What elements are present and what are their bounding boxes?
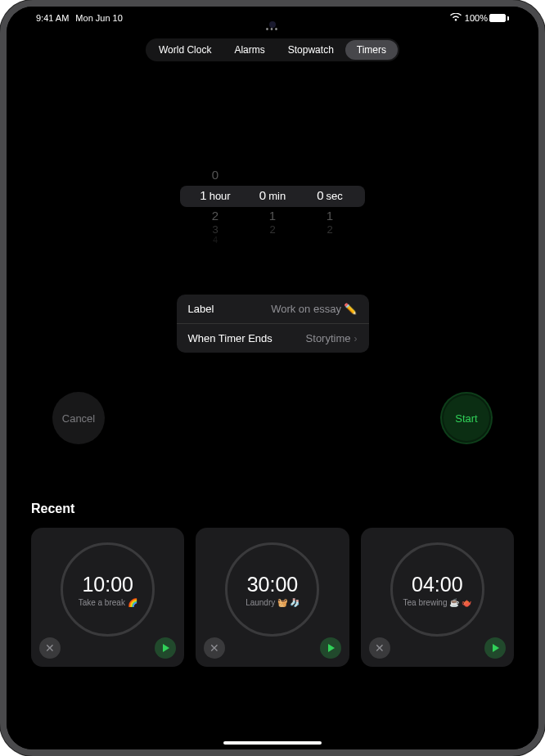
picker-minutes-selected: 0min <box>244 188 301 202</box>
status-time: 9:41 AM <box>36 13 69 23</box>
time-picker: 0 1hour 2 3 4 0min 1 2 <box>20 168 525 250</box>
recent-title: Recent <box>31 502 514 516</box>
action-buttons-row: Cancel Start <box>20 392 525 444</box>
start-button[interactable]: Start <box>440 392 493 444</box>
picker-hours[interactable]: 0 1hour 2 3 4 <box>187 168 244 250</box>
setting-key: When Timer Ends <box>188 332 272 344</box>
close-icon: ✕ <box>375 641 385 655</box>
picker-hours-opt: 2 <box>187 209 244 223</box>
picker-minutes-opt: 1 <box>244 209 301 223</box>
recent-cards-row: 10:00 Take a break 🌈 ✕ 30:00 <box>31 528 514 667</box>
close-icon: ✕ <box>45 641 55 655</box>
tab-alarms[interactable]: Alarms <box>223 40 276 60</box>
setting-value: Storytime › <box>306 332 358 344</box>
timer-label-row[interactable]: Label Work on essay ✏️ <box>177 295 369 323</box>
close-icon: ✕ <box>209 641 219 655</box>
tab-bar: World Clock Alarms Stopwatch Timers <box>20 38 525 61</box>
play-timer-button[interactable] <box>320 637 341 659</box>
wifi-icon <box>450 13 462 23</box>
picker-seconds[interactable]: 0sec 1 2 <box>301 168 358 250</box>
timer-label: Take a break 🌈 <box>74 598 142 607</box>
timer-time: 10:00 <box>82 573 133 596</box>
setting-value: Work on essay ✏️ <box>271 303 357 315</box>
chevron-right-icon: › <box>354 333 358 344</box>
status-date: Mon Jun 10 <box>75 13 122 23</box>
recent-timer-card[interactable]: 30:00 Laundry 🧺 🧦 ✕ <box>196 528 349 667</box>
play-icon <box>163 644 169 652</box>
timer-circle: 04:00 Tea brewing ☕️ 🫖 <box>390 542 484 637</box>
status-right: 100% <box>450 13 509 23</box>
picker-hours-opt: 3 <box>187 223 244 236</box>
timer-ends-row[interactable]: When Timer Ends Storytime › <box>177 323 369 353</box>
tab-world-clock[interactable]: World Clock <box>147 40 223 60</box>
timer-time: 04:00 <box>412 573 463 596</box>
status-bar: 9:41 AM Mon Jun 10 100% <box>20 7 525 23</box>
cancel-button[interactable]: Cancel <box>52 392 105 444</box>
battery-indicator: 100% <box>465 13 509 23</box>
camera-dot <box>269 21 276 28</box>
picker-seconds-opt: 2 <box>301 223 358 236</box>
timer-circle: 10:00 Take a break 🌈 <box>61 542 155 637</box>
picker-hours-selected: 1hour <box>187 188 244 202</box>
picker-minutes[interactable]: 0min 1 2 <box>244 168 301 250</box>
setting-key: Label <box>188 303 214 315</box>
picker-hours-opt: 0 <box>187 168 244 182</box>
tabs-container: World Clock Alarms Stopwatch Timers <box>146 38 399 61</box>
picker-minutes-opt: 2 <box>244 223 301 236</box>
screen: 9:41 AM Mon Jun 10 100% ••• World Clock … <box>7 7 538 749</box>
play-timer-button[interactable] <box>155 637 176 659</box>
picker-hours-opt: 4 <box>187 235 244 245</box>
home-indicator[interactable] <box>223 741 322 745</box>
play-icon <box>493 644 499 652</box>
timer-label: Tea brewing ☕️ 🫖 <box>399 598 476 607</box>
recent-section: Recent 10:00 Take a break 🌈 ✕ <box>20 502 525 667</box>
tab-stopwatch[interactable]: Stopwatch <box>277 40 345 60</box>
timer-label: Laundry 🧺 🧦 <box>241 598 304 607</box>
tab-timers[interactable]: Timers <box>345 40 398 60</box>
delete-timer-button[interactable]: ✕ <box>39 637 61 659</box>
delete-timer-button[interactable]: ✕ <box>369 637 390 659</box>
status-left: 9:41 AM Mon Jun 10 <box>36 13 123 23</box>
picker-seconds-selected: 0sec <box>301 188 358 202</box>
recent-timer-card[interactable]: 04:00 Tea brewing ☕️ 🫖 ✕ <box>361 528 514 667</box>
timer-time: 30:00 <box>247 573 299 596</box>
timer-circle: 30:00 Laundry 🧺 🧦 <box>225 542 319 637</box>
battery-percent: 100% <box>465 13 488 23</box>
timer-settings-card: Label Work on essay ✏️ When Timer Ends S… <box>177 295 369 353</box>
play-timer-button[interactable] <box>484 637 506 659</box>
ipad-device-frame: 9:41 AM Mon Jun 10 100% ••• World Clock … <box>0 0 545 756</box>
delete-timer-button[interactable]: ✕ <box>204 637 225 659</box>
recent-timer-card[interactable]: 10:00 Take a break 🌈 ✕ <box>31 528 184 667</box>
picker-seconds-opt: 1 <box>301 209 358 223</box>
play-icon <box>328 644 335 652</box>
